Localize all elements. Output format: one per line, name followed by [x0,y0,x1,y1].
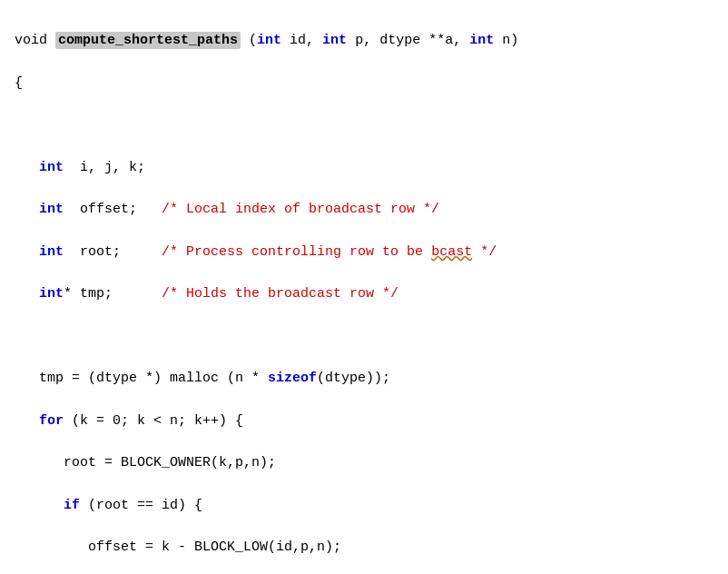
line-decl-offset: int offset; /* Local index of broadcast … [15,199,713,220]
line-for-k: for (k = 0; k < n; k++) { [15,411,713,431]
line-if-root: if (root == id) { [15,495,713,516]
line-blank-2 [15,326,713,347]
line-malloc: tmp = (dtype *) malloc (n * sizeof(dtype… [15,368,713,389]
line-root-assign: root = BLOCK_OWNER(k,p,n); [15,452,713,473]
line-blank-1 [15,114,713,135]
line-decl-ijk: int i, j, k; [15,157,713,178]
line-signature: void compute_shortest_paths (int id, int… [15,30,713,51]
line-brace-open: { [15,73,713,94]
line-decl-tmp: int* tmp; /* Holds the broadcast row */ [15,283,713,304]
line-decl-root: int root; /* Process controlling row to … [15,242,713,262]
code-container: void compute_shortest_paths (int id, int… [15,9,713,574]
line-offset-assign: offset = k - BLOCK_LOW(id,p,n); [15,537,713,558]
